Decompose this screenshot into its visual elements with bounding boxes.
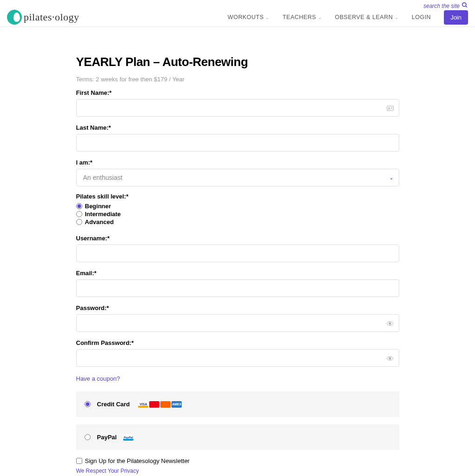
skill-intermediate-radio[interactable] [76,211,82,217]
confirm-password-label: Confirm Password:* [76,339,399,346]
header: search the site pilates·ology WORKOUTS⌄ … [0,0,475,27]
svg-point-3 [388,107,389,109]
first-name-label: First Name:* [76,89,399,96]
search-link[interactable]: search the site [423,3,460,9]
nav-login[interactable]: LOGIN [412,14,431,20]
skill-level-group: Beginner Intermediate Advanced [76,203,399,225]
confirm-password-input[interactable] [76,349,399,367]
eye-icon[interactable] [386,320,394,328]
privacy-link[interactable]: We Respect Your Privacy [76,468,139,474]
credit-card-label: Credit Card [97,401,130,408]
skill-advanced-radio[interactable] [76,219,82,225]
last-name-input[interactable] [76,134,399,152]
chevron-down-icon: ⌄ [318,15,322,20]
svg-line-1 [466,6,467,7]
page-title: YEARLY Plan – Auto-Renewing [76,55,399,69]
logo-icon [7,10,22,25]
password-label: Password:* [76,304,399,311]
visa-icon: VISA [138,401,148,408]
nav-workouts[interactable]: WORKOUTS⌄ [228,14,270,20]
skill-beginner-label: Beginner [85,203,111,210]
svg-point-7 [389,357,391,359]
username-input[interactable] [76,245,399,262]
paypal-radio[interactable] [85,434,91,440]
skill-level-label: Pilates skill level:* [76,193,399,200]
payment-credit-card[interactable]: Credit Card VISA AMEX [76,391,399,417]
payment-paypal[interactable]: PayPal PayPal [76,424,399,450]
main-nav: WORKOUTS⌄ TEACHERS⌄ OBSERVE & LEARN⌄ LOG… [228,10,468,25]
logo[interactable]: pilates·ology [7,10,79,25]
chevron-down-icon: ⌄ [395,15,399,20]
svg-point-0 [462,3,466,7]
email-input[interactable] [76,279,399,297]
skill-intermediate-label: Intermediate [85,211,121,218]
svg-rect-2 [387,106,393,111]
last-name-label: Last Name:* [76,124,399,131]
eye-icon[interactable] [386,355,394,363]
discover-icon [160,401,171,408]
search-icon[interactable] [462,2,468,10]
mastercard-icon [149,401,159,408]
chevron-down-icon: ⌄ [265,15,270,20]
nav-observe[interactable]: OBSERVE & LEARN⌄ [335,14,399,20]
newsletter-checkbox[interactable] [76,458,82,464]
terms-text: Terms: 2 weeks for free then $179 / Year [76,76,399,83]
card-icons: VISA AMEX [138,401,182,408]
password-input[interactable] [76,314,399,332]
first-name-input[interactable] [76,99,399,117]
iam-label: I am:* [76,159,399,166]
skill-advanced-label: Advanced [85,218,114,225]
email-label: Email:* [76,270,399,277]
contact-icon [387,105,394,112]
username-label: Username:* [76,235,399,242]
paypal-label: PayPal [97,434,117,441]
logo-text: pilates·ology [24,11,79,23]
iam-select[interactable]: An enthusiast [76,169,399,186]
nav-teachers[interactable]: TEACHERS⌄ [283,14,322,20]
skill-beginner-radio[interactable] [76,203,82,209]
coupon-link[interactable]: Have a coupon? [76,375,120,382]
credit-card-radio[interactable] [85,401,91,407]
newsletter-label: Sign Up for the Pilatesology Newsletter [85,457,190,464]
svg-point-6 [389,323,391,324]
paypal-icon: PayPal [123,434,133,441]
amex-icon: AMEX [172,401,182,408]
join-button[interactable]: Join [444,10,468,25]
